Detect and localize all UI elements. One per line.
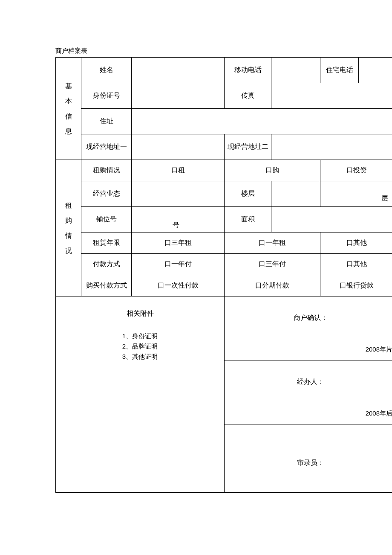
- attachment-item-1: 1、身份证明: [122, 331, 158, 341]
- label-lease-years: 租赁年限: [81, 232, 132, 254]
- label-fax: 传真: [225, 83, 271, 109]
- label-biz-type: 经营业态: [81, 181, 132, 207]
- field-area[interactable]: [271, 207, 392, 232]
- opt-buy[interactable]: 口购: [225, 160, 320, 181]
- label-biz-addr1: 现经营地址一: [81, 134, 132, 160]
- label-floor: 楼层: [225, 181, 271, 207]
- label-id-no: 身份证号: [81, 83, 132, 109]
- field-shop-no[interactable]: 号: [132, 207, 225, 232]
- label-name: 姓名: [81, 58, 132, 83]
- attachment-item-3: 3、其他证明: [122, 352, 158, 362]
- signature-handler-cell[interactable]: 经办人： 2008年后: [225, 360, 392, 424]
- field-mobile[interactable]: [271, 58, 320, 83]
- opt-lease-1y[interactable]: 口一年租: [225, 232, 320, 254]
- label-shop-no: 铺位号: [81, 207, 132, 232]
- attachment-item-2: 2、品牌证明: [122, 341, 158, 352]
- label-pay-method: 付款方式: [81, 254, 132, 275]
- opt-buy-once[interactable]: 口一次性付款: [132, 275, 225, 296]
- opt-pay-1y[interactable]: 口一年付: [132, 254, 225, 275]
- signature-handler-date: 2008年后: [366, 410, 392, 418]
- field-home-phone[interactable]: [359, 58, 392, 83]
- signature-confirm-label: 商户确认：: [237, 314, 384, 323]
- label-biz-addr2: 现经营地址二: [225, 134, 271, 160]
- label-address: 住址: [81, 109, 132, 134]
- signature-reviewer-cell[interactable]: 审录员：: [225, 424, 392, 493]
- opt-rent[interactable]: 口租: [132, 160, 225, 181]
- field-floor-underscore[interactable]: _: [271, 181, 320, 207]
- label-buy-pay: 购买付款方式: [81, 275, 132, 296]
- attachments-title: 相关附件: [56, 309, 224, 318]
- field-floor[interactable]: 层: [320, 181, 392, 207]
- attachments-section: 相关附件 1、身份证明 2、品牌证明 3、其他证明: [56, 296, 225, 493]
- field-fax[interactable]: [271, 83, 392, 109]
- signature-reviewer-label: 审录员：: [237, 459, 384, 468]
- opt-invest[interactable]: 口投资: [320, 160, 392, 181]
- field-name[interactable]: [132, 58, 225, 83]
- label-situation: 租购情况: [81, 160, 132, 181]
- opt-pay-3y[interactable]: 口三年付: [225, 254, 320, 275]
- signature-confirm-cell[interactable]: 商户确认： 2008年片: [225, 296, 392, 360]
- field-address[interactable]: [132, 109, 392, 134]
- signature-handler-label: 经办人：: [237, 378, 384, 386]
- section-basic: 基本信息: [56, 58, 81, 160]
- signature-confirm-date: 2008年片: [366, 346, 392, 354]
- field-biz-type[interactable]: [132, 181, 225, 207]
- opt-buy-loan[interactable]: 口银行贷款: [320, 275, 392, 296]
- opt-lease-other[interactable]: 口其他: [320, 232, 392, 254]
- merchant-form-table: 基本信息 姓名 移动电话 住宅电话 身份证号 传真 住址 现经营地址一 现经营地…: [55, 57, 392, 493]
- opt-lease-3y[interactable]: 口三年租: [132, 232, 225, 254]
- label-home-phone: 住宅电话: [320, 58, 359, 83]
- field-id-no[interactable]: [132, 83, 225, 109]
- label-mobile: 移动电话: [225, 58, 271, 83]
- document-title: 商户档案表: [55, 47, 392, 55]
- opt-buy-install[interactable]: 口分期付款: [225, 275, 320, 296]
- field-biz-addr2[interactable]: [271, 134, 392, 160]
- field-biz-addr1[interactable]: [132, 134, 225, 160]
- label-area: 面积: [225, 207, 271, 232]
- section-rent: 租购情况: [56, 160, 81, 296]
- opt-pay-other[interactable]: 口其他: [320, 254, 392, 275]
